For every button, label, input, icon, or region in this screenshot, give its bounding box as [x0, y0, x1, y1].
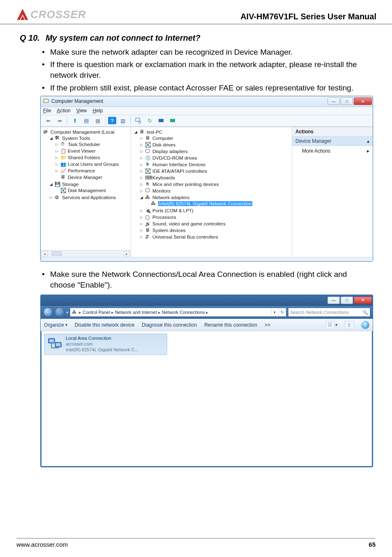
breadcrumb-item[interactable]: Network and Internet [115, 310, 157, 315]
device-item-selected[interactable]: Intel(R) 82574L Gigabit Network Connecti… [158, 201, 252, 206]
device-item[interactable]: Keyboards [152, 175, 175, 180]
organize-menu[interactable]: Organize ▾ [44, 322, 67, 328]
forward-icon[interactable]: ➡ [55, 116, 65, 125]
search-input[interactable]: Search Network Connections 🔍 [288, 308, 370, 317]
close-button[interactable]: ✕ [354, 97, 372, 105]
tree-item[interactable]: System Tools [62, 136, 90, 141]
tree-root[interactable]: Computer Management (Local [51, 130, 114, 135]
svg-rect-4 [159, 119, 164, 122]
view-icon[interactable]: ☷ [325, 321, 334, 329]
disable-device-button[interactable]: Disable this network device [75, 322, 134, 328]
show-hide-icon[interactable]: ▤ [81, 116, 91, 125]
window-titlebar[interactable]: Computer Management — □ ✕ [41, 96, 373, 107]
help-icon[interactable]: ? [361, 321, 369, 329]
tree-item[interactable]: Disk Management [68, 188, 106, 193]
logo-text: CROSSER [30, 8, 86, 21]
scroll-left-icon[interactable]: ◂ [42, 251, 48, 256]
collapse-up-icon[interactable]: ▴ [367, 138, 369, 144]
device-item[interactable]: Computer [152, 136, 173, 141]
network-connection-icon [47, 336, 63, 352]
page-number: 65 [369, 541, 376, 548]
menu-bar[interactable]: File Action View Help [41, 107, 373, 115]
shared-folders-icon: 📁 [60, 155, 66, 160]
tree-item[interactable]: Storage [62, 182, 78, 187]
menu-action[interactable]: Action [57, 108, 70, 114]
device-item[interactable]: Network adapters [152, 195, 189, 200]
status-bar [41, 257, 373, 261]
device-item[interactable]: Display adapters [152, 149, 188, 154]
rename-connection-button[interactable]: Rename this connection [204, 322, 257, 328]
app-icon [43, 98, 49, 104]
device-tree-pane[interactable]: ◢🖥test-PC ▷🖥Computer ▷💽Disk drives ▷🖵Dis… [131, 127, 292, 257]
device-item[interactable]: Sound, video and game controllers [152, 221, 226, 226]
device-item[interactable]: System devices [152, 228, 186, 233]
back-icon[interactable]: ⬅ [43, 116, 53, 125]
device-item[interactable]: DVD/CD-ROM drives [152, 155, 197, 160]
view-options[interactable]: ☷ ▾ [325, 321, 337, 329]
horizontal-scrollbar[interactable]: ◂ ▸ [41, 250, 131, 257]
uninstall-icon[interactable] [168, 116, 178, 125]
scan-icon[interactable] [133, 116, 143, 125]
device-item[interactable]: Human Interface Devices [152, 162, 205, 167]
help-icon[interactable]: ? [108, 117, 116, 124]
device-root[interactable]: test-PC [147, 130, 162, 135]
actions-subheader[interactable]: Device Manager ▴ [292, 137, 373, 146]
overflow-button[interactable]: >> [265, 322, 270, 328]
device-item[interactable]: Monitors [152, 188, 171, 193]
nav-forward-button[interactable]: → [55, 307, 65, 317]
minimize-button[interactable]: — [327, 297, 340, 304]
device-icon[interactable] [156, 116, 166, 125]
search-icon[interactable]: 🔍 [362, 310, 368, 315]
disk-icon: 💽 [145, 142, 151, 148]
preview-pane-icon[interactable]: ▯ [345, 321, 354, 329]
nav-back-button[interactable]: ← [43, 307, 53, 317]
menu-file[interactable]: File [43, 108, 51, 114]
display-icon: 🖵 [145, 149, 151, 154]
close-button[interactable]: ✕ [354, 297, 372, 304]
command-bar: Organize ▾ Disable this network device D… [41, 319, 373, 331]
refresh-icon[interactable]: ↻ [279, 309, 285, 316]
device-item[interactable]: Universal Serial Bus controllers [152, 234, 218, 239]
nav-history-dropdown[interactable]: ▾ [66, 310, 68, 315]
window-titlebar[interactable]: — □ ✕ [41, 295, 373, 306]
tree-item[interactable]: Device Manager [68, 175, 102, 180]
bullet-item: Make sure the network adapter can be rec… [40, 47, 372, 58]
connections-list[interactable]: Local Area Connection acrosser.com Intel… [41, 331, 373, 467]
computer-mgmt-icon: 🖳 [43, 129, 49, 135]
breadcrumb-item[interactable]: Control Panel [83, 310, 110, 315]
menu-view[interactable]: View [76, 108, 87, 114]
disk-mgmt-icon: 💽 [60, 188, 66, 193]
tree-item[interactable]: Performance [68, 168, 95, 173]
diagnose-connection-button[interactable]: Diagnose this connection [142, 322, 197, 328]
device-item[interactable]: Ports (COM & LPT) [152, 208, 194, 213]
minimize-button[interactable]: — [327, 97, 340, 105]
device-item[interactable]: IDE ATA/ATAPI controllers [152, 169, 207, 174]
breadcrumb-bar[interactable]: 🖧 ▸ Control Panel ▸ Network and Internet… [70, 308, 286, 317]
tree-item[interactable]: Local Users and Groups [68, 162, 119, 167]
tree-item[interactable]: Shared Folders [68, 155, 100, 160]
scroll-thumb[interactable] [52, 251, 62, 256]
nic-icon: 🖧 [151, 201, 157, 207]
maximize-button[interactable]: □ [341, 297, 353, 304]
scroll-right-icon[interactable]: ▸ [124, 251, 130, 256]
list-icon[interactable]: ▥ [118, 116, 128, 125]
local-area-connection-tile[interactable]: Local Area Connection acrosser.com Intel… [44, 334, 167, 355]
tree-item[interactable]: Task Scheduler [68, 142, 100, 147]
device-item[interactable]: Disk drives [152, 142, 175, 147]
device-item[interactable]: Processors [152, 215, 176, 220]
breadcrumb-item[interactable]: Network Connections [162, 310, 205, 315]
more-actions-item[interactable]: More Actions ▸ [292, 146, 373, 156]
tree-item[interactable]: Event Viewer [68, 149, 96, 153]
window-title: Computer Management [51, 98, 103, 104]
svg-rect-5 [170, 119, 175, 122]
breadcrumb-dropdown-icon[interactable]: ▾ [271, 309, 278, 316]
properties-icon[interactable]: ▦ [93, 116, 103, 125]
menu-help[interactable]: Help [93, 108, 103, 114]
management-tree-pane[interactable]: 🖳Computer Management (Local ◢🛠System Too… [41, 127, 131, 257]
question-title: My system can not connect to Internet? [46, 33, 201, 43]
device-item[interactable]: Mice and other pointing devices [152, 182, 219, 187]
tree-item[interactable]: Services and Applications [62, 195, 116, 200]
up-icon[interactable]: ⬆ [70, 116, 80, 125]
refresh-icon[interactable]: ↻ [145, 116, 154, 125]
maximize-button[interactable]: □ [341, 97, 353, 105]
